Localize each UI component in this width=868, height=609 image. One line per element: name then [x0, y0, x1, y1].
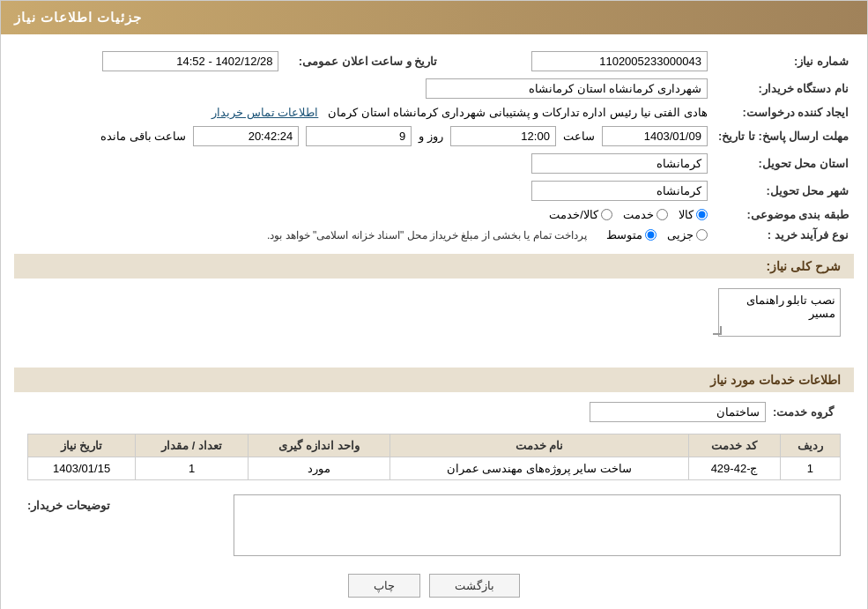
row-date: 1403/01/15 — [28, 457, 136, 480]
delivery-province-label: استان محل تحویل: — [713, 150, 854, 177]
category-row: طبقه بندی موضوعی: کالا خدمت — [14, 204, 854, 225]
category-value-cell: کالا خدمت کالا/خدمت — [14, 204, 713, 225]
need-number-field: 1102005233000043 — [531, 51, 708, 71]
purchase-type-value-cell: جزیی متوسط پرداخت تمام یا بخشی از مبلغ خ… — [14, 225, 713, 245]
purchase-radio-motavasset[interactable] — [645, 229, 657, 241]
purchase-option-motavasset[interactable]: متوسط — [606, 228, 657, 241]
category-label-kala-khedmat: کالا/خدمت — [549, 208, 598, 221]
page-title: جزئیات اطلاعات نیاز — [14, 10, 142, 25]
category-label: طبقه بندی موضوعی: — [713, 204, 854, 225]
response-remaining-label: ساعت باقی مانده — [100, 130, 186, 143]
response-time-label: ساعت — [563, 130, 595, 143]
response-time: 12:00 — [450, 126, 556, 146]
col-date: تاریخ نیاز — [28, 434, 136, 457]
announcement-date-cell: 1402/12/28 - 14:52 — [14, 48, 284, 75]
response-days-label: روز و — [419, 130, 443, 143]
buyer-desc-box-wrapper — [126, 494, 841, 556]
description-section-header: شرح کلی نیاز: — [14, 254, 854, 279]
row-service-name: ساخت سایر پروژه‌های مهندسی عمران — [390, 457, 689, 480]
purchase-type-row: نوع فرآیند خرید : جزیی متوسط پرداخت تمام… — [14, 225, 854, 245]
deadline-value-cell: 1403/01/09 ساعت 12:00 روز و 9 20:42:24 س… — [14, 123, 713, 150]
purchase-radio-group: جزیی متوسط پرداخت تمام یا بخشی از مبلغ خ… — [19, 228, 708, 241]
row-quantity: 1 — [136, 457, 249, 480]
bottom-buttons: بازگشت چاپ — [14, 563, 854, 609]
info-table: شماره نیاز: 1102005233000043 تاریخ و ساع… — [14, 48, 854, 245]
row-unit: مورد — [248, 457, 389, 480]
category-label-khedmat: خدمت — [623, 208, 654, 221]
buyer-org-value-cell: شهرداری کرمانشاه استان کرمانشاه — [14, 75, 713, 102]
delivery-province-field: کرمانشاه — [531, 153, 708, 174]
need-number-row: شماره نیاز: 1102005233000043 تاریخ و ساع… — [14, 48, 854, 75]
buyer-desc-label: توضیحات خریدار: — [27, 494, 117, 512]
table-row: 1 ج-42-429 ساخت سایر پروژه‌های مهندسی عم… — [28, 457, 841, 480]
category-radio-khedmat[interactable] — [657, 209, 668, 220]
row-code: ج-42-429 — [688, 457, 780, 480]
response-remaining: 20:42:24 — [193, 126, 299, 146]
description-area: نصب تابلو راهنمای مسیر — [14, 284, 854, 359]
page-container: جزئیات اطلاعات نیاز شماره نیاز: 11020052… — [0, 0, 868, 609]
col-name: نام خدمت — [390, 434, 689, 457]
buyer-desc-box[interactable] — [234, 494, 841, 556]
print-button[interactable]: چاپ — [348, 574, 420, 598]
delivery-city-value-cell: کرمانشاه — [14, 177, 713, 204]
col-row: ردیف — [780, 434, 840, 457]
resize-handle-icon — [713, 326, 722, 335]
creator-row: ایجاد کننده درخواست: هادی الفتی نیا رئیس… — [14, 102, 854, 123]
description-watermark-area: نصب تابلو راهنمای مسیر — [27, 288, 841, 350]
services-table: ردیف کد خدمت نام خدمت واحد اندازه گیری ت… — [27, 434, 841, 480]
category-radio-group: کالا خدمت کالا/خدمت — [19, 208, 708, 221]
services-table-body: 1 ج-42-429 ساخت سایر پروژه‌های مهندسی عم… — [28, 457, 841, 480]
need-number-label: شماره نیاز: — [713, 48, 854, 75]
back-button[interactable]: بازگشت — [429, 574, 520, 598]
creator-value-cell: هادی الفتی نیا رئیس اداره تدارکات و پشتی… — [14, 102, 713, 123]
description-text: نصب تابلو راهنمای مسیر — [746, 293, 835, 320]
need-number-value: 1102005233000043 — [442, 48, 712, 75]
buyer-org-label: نام دستگاه خریدار: — [713, 75, 854, 102]
service-group-field: ساختمان — [590, 402, 766, 422]
services-section-header: اطلاعات خدمات مورد نیاز — [14, 368, 854, 392]
services-table-header-row: ردیف کد خدمت نام خدمت واحد اندازه گیری ت… — [28, 434, 841, 457]
purchase-label-jozi: جزیی — [667, 228, 694, 241]
creator-label: ایجاد کننده درخواست: — [713, 102, 854, 123]
response-days: 9 — [306, 126, 412, 146]
service-group-label: گروه خدمت: — [773, 405, 841, 419]
category-label-kala: کالا — [679, 208, 694, 221]
services-table-head: ردیف کد خدمت نام خدمت واحد اندازه گیری ت… — [28, 434, 841, 457]
col-unit: واحد اندازه گیری — [248, 434, 389, 457]
category-option-kala-khedmat[interactable]: کالا/خدمت — [549, 208, 612, 221]
content-area: شماره نیاز: 1102005233000043 تاریخ و ساع… — [1, 34, 867, 609]
description-box[interactable]: نصب تابلو راهنمای مسیر — [718, 288, 842, 337]
col-quantity: تعداد / مقدار — [136, 434, 249, 457]
services-section-label: اطلاعات خدمات مورد نیاز — [710, 373, 841, 387]
delivery-city-field: کرمانشاه — [531, 181, 708, 201]
delivery-province-value-cell: کرمانشاه — [14, 150, 713, 177]
purchase-option-jozi[interactable]: جزیی — [667, 228, 708, 241]
delivery-city-row: شهر محل تحویل: کرمانشاه — [14, 177, 854, 204]
purchase-label-motavasset: متوسط — [606, 228, 642, 241]
response-date: 1403/01/09 — [602, 126, 708, 146]
creator-contact-link[interactable]: اطلاعات تماس خریدار — [211, 106, 318, 119]
purchase-note: پرداخت تمام یا بخشی از مبلغ خریداز محل "… — [267, 229, 587, 241]
purchase-radio-jozi[interactable] — [696, 229, 708, 241]
category-option-kala[interactable]: کالا — [679, 208, 708, 221]
category-option-khedmat[interactable]: خدمت — [623, 208, 668, 221]
col-code: کد خدمت — [688, 434, 780, 457]
deadline-label: مهلت ارسال پاسخ: تا تاریخ: — [713, 123, 854, 150]
deadline-flex: 1403/01/09 ساعت 12:00 روز و 9 20:42:24 س… — [19, 126, 708, 146]
row-number: 1 — [780, 457, 840, 480]
page-header: جزئیات اطلاعات نیاز — [1, 1, 867, 34]
creator-name: هادی الفتی نیا رئیس اداره تدارکات و پشتی… — [328, 106, 708, 119]
services-table-wrapper: ردیف کد خدمت نام خدمت واحد اندازه گیری ت… — [14, 434, 854, 480]
service-group-row: گروه خدمت: ساختمان — [14, 397, 854, 427]
category-radio-kala[interactable] — [696, 209, 708, 220]
announcement-date: 1402/12/28 - 14:52 — [102, 51, 278, 71]
description-section-label: شرح کلی نیاز: — [767, 259, 841, 273]
buyer-org-field: شهرداری کرمانشاه استان کرمانشاه — [426, 78, 708, 99]
delivery-city-label: شهر محل تحویل: — [713, 177, 854, 204]
category-radio-kala-khedmat[interactable] — [601, 209, 612, 220]
buyer-org-row: نام دستگاه خریدار: شهرداری کرمانشاه استا… — [14, 75, 854, 102]
announcement-label: تاریخ و ساعت اعلان عمومی: — [284, 48, 442, 75]
buyer-desc-row: توضیحات خریدار: — [14, 487, 854, 563]
deadline-row: مهلت ارسال پاسخ: تا تاریخ: 1403/01/09 سا… — [14, 123, 854, 150]
delivery-province-row: استان محل تحویل: کرمانشاه — [14, 150, 854, 177]
